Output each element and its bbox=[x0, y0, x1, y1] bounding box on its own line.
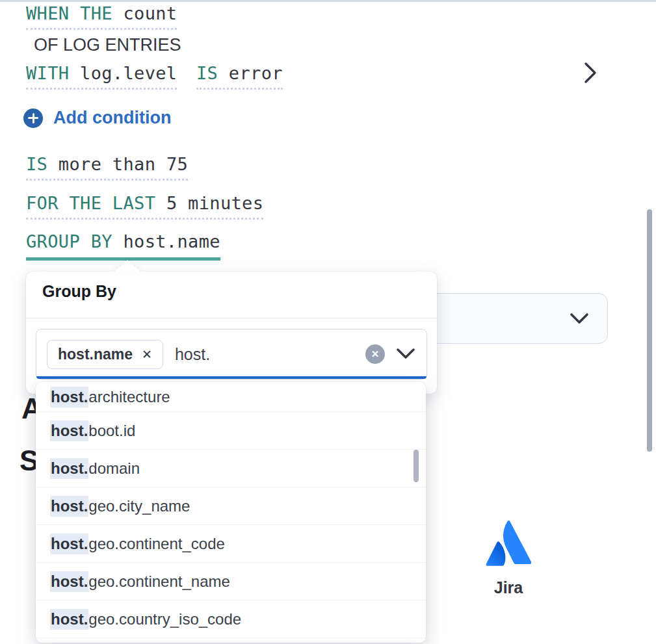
clear-selection-button[interactable]: ✕ bbox=[365, 344, 385, 364]
for-the-last-keyword: FOR THE LAST bbox=[26, 193, 155, 213]
jira-connector-label: Jira bbox=[494, 578, 523, 597]
is-keyword: IS bbox=[196, 63, 218, 83]
field-options-listbox: host.architecture host.boot.id host.doma… bbox=[36, 382, 426, 643]
threshold-value: more than 75 bbox=[59, 154, 188, 174]
chevron-down-icon bbox=[397, 348, 415, 360]
expression-with-field[interactable]: WITH log.level bbox=[26, 64, 177, 90]
pill-label: host.name bbox=[58, 346, 133, 363]
keyword-space bbox=[112, 3, 124, 23]
expression-when-count[interactable]: WHEN THE count bbox=[26, 4, 177, 30]
popover-arrow bbox=[113, 260, 142, 273]
option-rest: geo.country_iso_code bbox=[88, 610, 241, 628]
option-match: host. bbox=[50, 496, 88, 517]
option-host-geo-continent-code[interactable]: host.geo.continent_code bbox=[36, 525, 426, 563]
keyword-space bbox=[218, 63, 229, 83]
jira-connector-card[interactable]: Jira bbox=[463, 520, 554, 597]
option-match: host. bbox=[50, 420, 88, 441]
option-rest: geo.city_name bbox=[88, 497, 190, 515]
option-rest: geo.continent_name bbox=[88, 573, 230, 591]
keyword-space bbox=[47, 154, 59, 174]
option-rest: domain bbox=[88, 459, 140, 478]
options-scrollbar[interactable] bbox=[413, 450, 419, 482]
expression-field-comparator[interactable]: IS error bbox=[196, 64, 283, 90]
combobox-input[interactable]: host. bbox=[175, 345, 210, 364]
keyword-space bbox=[69, 63, 80, 83]
clear-icon: ✕ bbox=[371, 348, 380, 360]
add-condition-button[interactable]: Add condition bbox=[23, 108, 171, 128]
option-host-boot-id[interactable]: host.boot.id bbox=[36, 412, 426, 450]
option-host-domain[interactable]: host.domain bbox=[36, 450, 426, 487]
threshold-keyword: IS bbox=[26, 154, 47, 174]
option-match: host. bbox=[50, 534, 88, 554]
with-field-value: log.level bbox=[80, 63, 177, 83]
option-rest: architecture bbox=[88, 388, 170, 406]
top-border bbox=[0, 0, 656, 2]
option-match: host. bbox=[50, 387, 88, 407]
keyword-space bbox=[155, 193, 166, 213]
remove-pill-icon[interactable]: ✕ bbox=[142, 348, 152, 361]
group-by-value: host.name bbox=[123, 231, 220, 251]
group-by-keyword: GROUP BY bbox=[26, 231, 112, 251]
comparator-value: error bbox=[229, 63, 283, 83]
expression-time-window[interactable]: FOR THE LAST 5 minutes bbox=[26, 194, 263, 220]
expression-group-by[interactable]: GROUP BY host.name bbox=[26, 232, 220, 261]
option-rest: geo.continent_code bbox=[88, 535, 225, 553]
selected-field-pill[interactable]: host.name ✕ bbox=[47, 340, 163, 369]
jira-logo-icon bbox=[486, 520, 531, 568]
group-by-popover: Group By host.name ✕ host. ✕ bbox=[26, 272, 437, 394]
plus-circle-icon bbox=[23, 109, 43, 128]
expression-threshold[interactable]: IS more than 75 bbox=[26, 155, 188, 181]
group-by-combobox[interactable]: host.name ✕ host. ✕ bbox=[36, 329, 427, 380]
combo-focus-indicator bbox=[36, 376, 426, 379]
keyword-space bbox=[112, 231, 124, 251]
entity-label: OF LOG ENTRIES bbox=[34, 35, 181, 55]
option-match: host. bbox=[50, 609, 88, 630]
chevron-down-icon bbox=[570, 313, 589, 326]
option-match: host. bbox=[50, 458, 88, 479]
option-rest: boot.id bbox=[88, 422, 135, 440]
combobox-caret[interactable] bbox=[397, 348, 415, 360]
with-keyword: WITH bbox=[26, 63, 69, 83]
option-host-architecture[interactable]: host.architecture bbox=[36, 382, 426, 412]
when-keyword: WHEN THE bbox=[26, 3, 112, 23]
when-value: count bbox=[123, 3, 177, 23]
option-match: host. bbox=[50, 571, 88, 592]
page-scrollbar[interactable] bbox=[647, 209, 652, 452]
popover-divider bbox=[26, 318, 437, 318]
option-host-geo-city-name[interactable]: host.geo.city_name bbox=[36, 487, 426, 525]
expand-row-chevron-icon[interactable] bbox=[581, 60, 599, 88]
add-condition-label: Add condition bbox=[53, 108, 171, 128]
option-host-geo-continent-name[interactable]: host.geo.continent_name bbox=[36, 563, 426, 600]
option-host-geo-country-iso-code[interactable]: host.geo.country_iso_code bbox=[36, 600, 426, 638]
time-window-value: 5 minutes bbox=[166, 193, 263, 213]
popover-title: Group By bbox=[42, 282, 116, 301]
